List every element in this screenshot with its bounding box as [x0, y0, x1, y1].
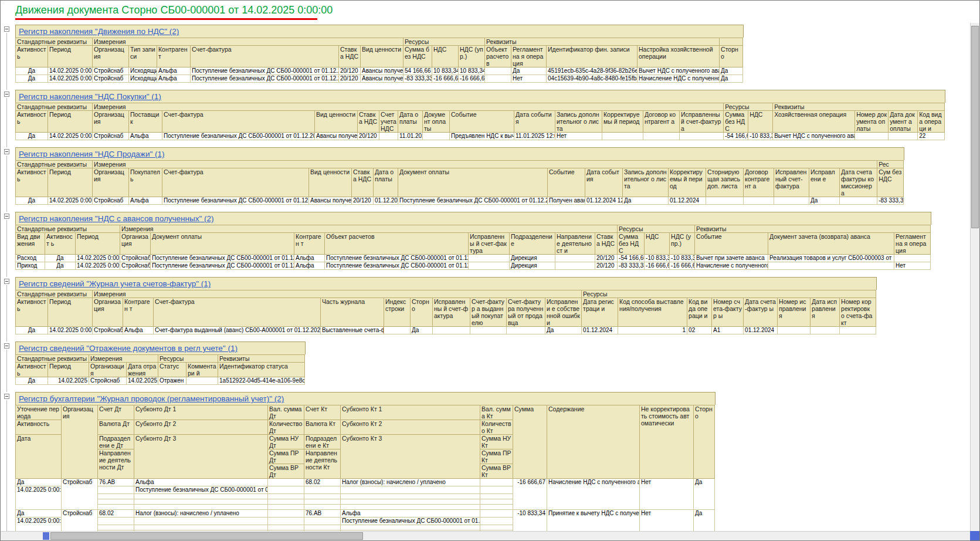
register-title-link[interactable]: Регистр накопления "НДС Покупки" (1) [19, 92, 161, 101]
data-cell: Налог (взносы): начислено / уплачено [341, 479, 480, 486]
vertical-scrollbar-thumb[interactable] [971, 26, 979, 228]
collapse-toggle-icon[interactable] [4, 26, 9, 32]
header-cell: Измерения [93, 290, 582, 298]
data-cell: 68.02 [98, 510, 134, 518]
data-cell: Начисление с полученного аванса [695, 262, 768, 270]
data-cell [304, 518, 341, 525]
collapse-toggle-icon[interactable] [4, 343, 9, 349]
data-cell [186, 377, 218, 385]
group-bracket-line [6, 220, 7, 277]
header-cell: Рес [877, 161, 904, 168]
register-title-strip: Регистр сведений "Журнал учета счетов-фа… [15, 277, 877, 290]
group-bracket-line [6, 285, 7, 341]
data-cell: -54 166,66 [724, 133, 748, 140]
horizontal-scrollbar-nub[interactable] [43, 532, 49, 540]
data-cell: 11.01.2025 12:00:00 [514, 133, 555, 140]
header-cell: Период [48, 111, 93, 133]
data-cell: 76.АВ [98, 479, 134, 486]
data-cell: Да [720, 67, 743, 75]
data-cell: 14.02.2025 [48, 377, 89, 385]
collapse-toggle-icon[interactable] [4, 149, 9, 154]
header-row: Вид движенияАктивност ьПериодОрганизация… [16, 233, 931, 255]
header-cell: Сумма без НДС [618, 233, 645, 255]
data-cell: 20/120 [595, 262, 618, 270]
register-title-link[interactable]: Регистр бухгалтерии "Журнал проводок (ре… [19, 394, 284, 403]
header-cell: Идентификатор фин. записи [547, 46, 637, 67]
header-cell: Стандартные реквизиты [16, 38, 93, 46]
table-row: Да14.02.2025 0:00:00СтройснабАльфаПоступ… [16, 197, 904, 205]
report-window: Движения документа Сторно СБ00-000001 от… [0, 0, 980, 541]
header-cell: Договор контрагент а [643, 111, 680, 133]
header-cell: Ставка НДС [358, 111, 379, 133]
header-cell: Сумма ПР Кт [480, 449, 513, 464]
header-cell: Субконто Кт 3 [341, 435, 480, 479]
data-cell [98, 499, 134, 505]
data-cell: Да [45, 262, 76, 270]
data-cell: Вычет при зачете аванса [695, 255, 768, 262]
header-cell: Подразделени е [510, 233, 555, 255]
register-table: Стандартные реквизитыИзмеренияРесурсыАкт… [15, 290, 876, 334]
data-cell [98, 494, 134, 499]
data-cell: 14.02.2025 0:00:00 [48, 75, 93, 83]
data-cell: 14.02.2025 0:00:00 [48, 133, 93, 140]
horizontal-scrollbar[interactable] [1, 531, 971, 540]
data-cell: Поступление безналичных ДС СБ00-000001 о… [151, 262, 294, 270]
data-cell: Начисление НДС с полученного аванса [547, 479, 640, 510]
table-row: ПриходДа14.02.2025 0:00:00СтройснабПосту… [16, 262, 931, 270]
header-row: АктивностьПериодОрганизацияПоставщикСчет… [16, 111, 945, 133]
header-cell: Сторнирующая запись доп. листа [706, 168, 744, 197]
collapse-toggle-icon[interactable] [4, 279, 9, 284]
header-cell: Поставщик [129, 111, 162, 133]
data-cell: Стройснаб [120, 255, 151, 262]
group-bracket-line [6, 98, 7, 147]
header-cell: Покупател ь [129, 168, 162, 197]
header-cell: НДС (упр.) [459, 46, 485, 67]
header-cell: Идентификатор статуса [218, 363, 305, 377]
header-cell: Сум без НДС [877, 168, 904, 197]
header-cell: Не корректировать стоимость автоматическ… [640, 405, 694, 479]
collapse-toggle-icon[interactable] [4, 92, 9, 97]
header-cell: Подразделени е Дт [98, 435, 134, 449]
header-cell: Счет Кт [304, 405, 341, 420]
header-cell: Измерения [93, 38, 403, 46]
data-cell [470, 327, 507, 334]
header-cell: Период [48, 298, 93, 327]
header-cell: Дата оплаты [398, 111, 423, 133]
header-cell: Сумма без НДС [403, 46, 432, 67]
data-cell [134, 499, 268, 505]
data-cell [98, 518, 134, 525]
data-cell: Вычет НДС с полученного аванса [637, 67, 720, 75]
collapse-toggle-icon[interactable] [4, 394, 9, 399]
data-cell [744, 197, 774, 205]
data-cell: -10 833,34 [513, 510, 547, 533]
data-cell [894, 255, 931, 262]
register-title-link[interactable]: Регистр сведений "Журнал учета счетов-фа… [19, 279, 211, 288]
header-cell: Ставка НДС [352, 168, 374, 197]
data-cell: 45191ecb-635c-4a28-9f36-82b26ed5f721 [547, 67, 637, 75]
horizontal-scrollbar-thumb[interactable] [50, 532, 363, 540]
register-title-link[interactable]: Регистр сведений "Отражение документов в… [19, 344, 238, 353]
register-title-link[interactable]: Регистр накопления "НДС с авансов получе… [19, 214, 213, 223]
group-bracket-line [6, 350, 7, 392]
register-title-link[interactable]: Регистр накопления "НДС Продажи" (1) [19, 150, 164, 158]
vertical-scrollbar[interactable] [970, 23, 979, 531]
data-cell: Да [511, 67, 547, 75]
data-cell [469, 255, 510, 262]
data-cell: Расход [16, 255, 45, 262]
data-cell [268, 494, 304, 499]
collapse-toggle-icon[interactable] [4, 214, 9, 219]
data-cell: 04c15639-4b90-4a8c-8480-fe15fba9e4d1 [547, 75, 637, 83]
header-row: Стандартные реквизитыИзмеренияРесурсыРек… [16, 225, 931, 233]
register-table: Стандартные реквизитыИзмеренияРесурсыРек… [15, 103, 945, 140]
register-section-nds-prodazhi: Регистр накопления "НДС Продажи" (1)Стан… [15, 147, 969, 205]
header-row: Стандартные реквизитыИзмеренияРес [16, 161, 904, 168]
header-cell: Комментари й [186, 363, 218, 377]
data-cell: 20/120 [339, 67, 361, 75]
data-cell [98, 525, 134, 530]
data-cell [840, 327, 876, 334]
data-cell: 14.02.2025 0:00:00 [16, 518, 62, 533]
data-cell: Альфа [157, 67, 191, 75]
data-cell: Альфа [294, 262, 325, 270]
register-title-link[interactable]: Регистр накопления "Движения по НДС" (2) [19, 27, 179, 36]
header-cell: Событие [548, 168, 585, 197]
